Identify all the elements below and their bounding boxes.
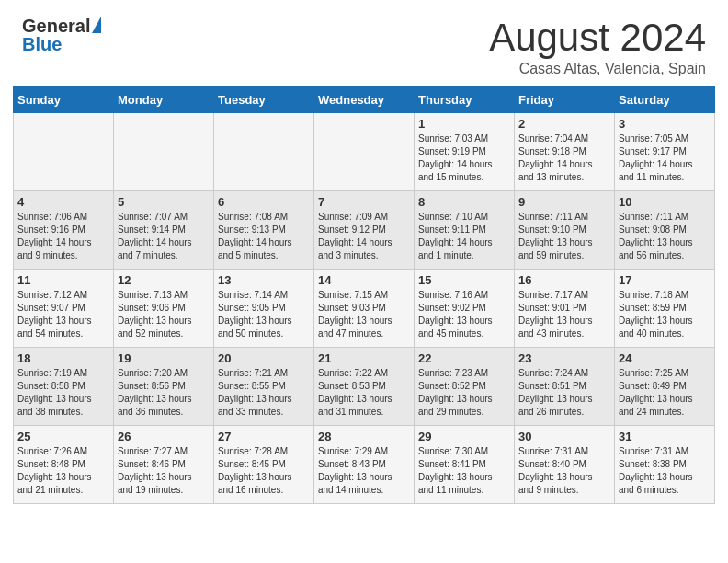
day-number: 4 [17,195,109,209]
day-number: 6 [218,195,310,209]
calendar-cell: 14Sunrise: 7:15 AM Sunset: 9:03 PM Dayli… [314,270,415,348]
week-row-4: 18Sunrise: 7:19 AM Sunset: 8:58 PM Dayli… [14,348,715,426]
calendar-cell: 21Sunrise: 7:22 AM Sunset: 8:53 PM Dayli… [314,348,415,426]
day-number: 17 [619,273,711,287]
logo-blue-text: Blue [22,35,62,53]
day-info: Sunrise: 7:28 AM Sunset: 8:45 PM Dayligh… [218,445,310,497]
day-number: 20 [218,351,310,365]
day-number: 10 [619,195,711,209]
day-number: 25 [17,430,109,443]
calendar-cell: 4Sunrise: 7:06 AM Sunset: 9:16 PM Daylig… [14,191,114,270]
calendar-cell [14,113,114,191]
day-info: Sunrise: 7:04 AM Sunset: 9:18 PM Dayligh… [518,132,610,184]
day-header-tuesday: Tuesday [214,87,314,113]
day-info: Sunrise: 7:11 AM Sunset: 9:08 PM Dayligh… [619,211,711,262]
title-area: August 2024 Casas Altas, Valencia, Spain [489,17,706,77]
day-header-wednesday: Wednesday [314,87,415,113]
header-row: SundayMondayTuesdayWednesdayThursdayFrid… [14,87,715,113]
day-info: Sunrise: 7:19 AM Sunset: 8:58 PM Dayligh… [17,367,109,419]
calendar-table: SundayMondayTuesdayWednesdayThursdayFrid… [13,86,715,504]
calendar-cell: 10Sunrise: 7:11 AM Sunset: 9:08 PM Dayli… [615,191,715,270]
day-number: 29 [418,430,510,443]
calendar-cell: 30Sunrise: 7:31 AM Sunset: 8:40 PM Dayli… [515,426,615,504]
day-info: Sunrise: 7:05 AM Sunset: 9:17 PM Dayligh… [619,132,711,184]
day-number: 15 [418,273,510,287]
day-number: 28 [318,430,410,443]
calendar-cell: 18Sunrise: 7:19 AM Sunset: 8:58 PM Dayli… [14,348,114,426]
calendar-cell: 8Sunrise: 7:10 AM Sunset: 9:11 PM Daylig… [415,191,515,270]
day-number: 5 [118,195,210,209]
day-info: Sunrise: 7:31 AM Sunset: 8:40 PM Dayligh… [518,445,610,497]
day-header-monday: Monday [114,87,214,113]
page-title: August 2024 [489,17,706,59]
calendar-cell: 12Sunrise: 7:13 AM Sunset: 9:06 PM Dayli… [114,270,214,348]
calendar-cell: 25Sunrise: 7:26 AM Sunset: 8:48 PM Dayli… [14,426,114,504]
day-info: Sunrise: 7:20 AM Sunset: 8:56 PM Dayligh… [118,367,210,419]
day-info: Sunrise: 7:23 AM Sunset: 8:52 PM Dayligh… [418,367,510,419]
day-info: Sunrise: 7:15 AM Sunset: 9:03 PM Dayligh… [318,289,410,340]
day-number: 11 [17,273,109,287]
day-header-friday: Friday [515,87,615,113]
day-number: 1 [418,117,510,131]
day-info: Sunrise: 7:26 AM Sunset: 8:48 PM Dayligh… [17,445,109,497]
week-row-5: 25Sunrise: 7:26 AM Sunset: 8:48 PM Dayli… [14,426,715,504]
day-number: 13 [218,273,310,287]
day-info: Sunrise: 7:10 AM Sunset: 9:11 PM Dayligh… [418,211,510,262]
day-info: Sunrise: 7:11 AM Sunset: 9:10 PM Dayligh… [518,211,610,262]
day-number: 24 [619,351,711,365]
day-number: 27 [218,430,310,443]
calendar-cell: 7Sunrise: 7:09 AM Sunset: 9:12 PM Daylig… [314,191,415,270]
calendar-cell: 9Sunrise: 7:11 AM Sunset: 9:10 PM Daylig… [515,191,615,270]
calendar-header: SundayMondayTuesdayWednesdayThursdayFrid… [14,87,715,113]
day-info: Sunrise: 7:31 AM Sunset: 8:38 PM Dayligh… [619,445,711,497]
day-number: 22 [418,351,510,365]
calendar-cell: 24Sunrise: 7:25 AM Sunset: 8:49 PM Dayli… [615,348,715,426]
calendar-cell: 15Sunrise: 7:16 AM Sunset: 9:02 PM Dayli… [415,270,515,348]
day-number: 31 [619,430,711,443]
calendar-cell: 27Sunrise: 7:28 AM Sunset: 8:45 PM Dayli… [214,426,314,504]
day-info: Sunrise: 7:08 AM Sunset: 9:13 PM Dayligh… [218,211,310,262]
day-number: 7 [318,195,410,209]
logo-triangle-icon [92,17,101,33]
calendar-cell: 19Sunrise: 7:20 AM Sunset: 8:56 PM Dayli… [114,348,214,426]
day-number: 19 [118,351,210,365]
calendar-cell: 26Sunrise: 7:27 AM Sunset: 8:46 PM Dayli… [114,426,214,504]
day-header-saturday: Saturday [615,87,715,113]
day-info: Sunrise: 7:25 AM Sunset: 8:49 PM Dayligh… [619,367,711,419]
day-info: Sunrise: 7:16 AM Sunset: 9:02 PM Dayligh… [418,289,510,340]
day-info: Sunrise: 7:06 AM Sunset: 9:16 PM Dayligh… [17,211,109,262]
logo: General Blue [22,17,101,53]
week-row-2: 4Sunrise: 7:06 AM Sunset: 9:16 PM Daylig… [14,191,715,270]
calendar-container: SundayMondayTuesdayWednesdayThursdayFrid… [0,86,728,517]
day-info: Sunrise: 7:14 AM Sunset: 9:05 PM Dayligh… [218,289,310,340]
day-header-thursday: Thursday [415,87,515,113]
page-header: General Blue August 2024 Casas Altas, Va… [0,0,728,86]
calendar-cell: 1Sunrise: 7:03 AM Sunset: 9:19 PM Daylig… [415,113,515,191]
day-info: Sunrise: 7:07 AM Sunset: 9:14 PM Dayligh… [118,211,210,262]
calendar-cell: 3Sunrise: 7:05 AM Sunset: 9:17 PM Daylig… [615,113,715,191]
calendar-cell: 2Sunrise: 7:04 AM Sunset: 9:18 PM Daylig… [515,113,615,191]
calendar-cell: 5Sunrise: 7:07 AM Sunset: 9:14 PM Daylig… [114,191,214,270]
day-info: Sunrise: 7:27 AM Sunset: 8:46 PM Dayligh… [118,445,210,497]
calendar-cell: 20Sunrise: 7:21 AM Sunset: 8:55 PM Dayli… [214,348,314,426]
day-info: Sunrise: 7:24 AM Sunset: 8:51 PM Dayligh… [518,367,610,419]
calendar-cell: 13Sunrise: 7:14 AM Sunset: 9:05 PM Dayli… [214,270,314,348]
calendar-cell: 22Sunrise: 7:23 AM Sunset: 8:52 PM Dayli… [415,348,515,426]
calendar-cell [114,113,214,191]
day-number: 30 [518,430,610,443]
day-info: Sunrise: 7:29 AM Sunset: 8:43 PM Dayligh… [318,445,410,497]
calendar-cell: 29Sunrise: 7:30 AM Sunset: 8:41 PM Dayli… [415,426,515,504]
day-info: Sunrise: 7:21 AM Sunset: 8:55 PM Dayligh… [218,367,310,419]
calendar-cell [214,113,314,191]
calendar-cell: 28Sunrise: 7:29 AM Sunset: 8:43 PM Dayli… [314,426,415,504]
day-number: 26 [118,430,210,443]
day-number: 8 [418,195,510,209]
calendar-cell [314,113,415,191]
day-number: 18 [17,351,109,365]
calendar-cell: 17Sunrise: 7:18 AM Sunset: 8:59 PM Dayli… [615,270,715,348]
day-info: Sunrise: 7:13 AM Sunset: 9:06 PM Dayligh… [118,289,210,340]
logo-general-text: General [22,17,90,35]
day-number: 21 [318,351,410,365]
calendar-cell: 23Sunrise: 7:24 AM Sunset: 8:51 PM Dayli… [515,348,615,426]
day-header-sunday: Sunday [14,87,114,113]
